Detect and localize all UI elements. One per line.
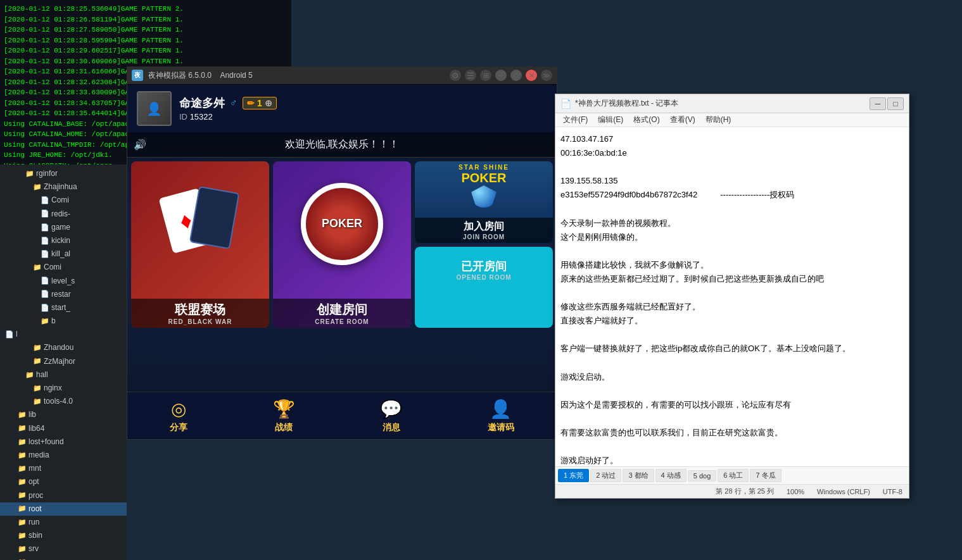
- card-opened-sublabel: OPENED ROOM: [417, 274, 550, 281]
- tree-item[interactable]: 📁rginfor: [0, 167, 127, 180]
- notepad-content[interactable]: 47.103.47.167 00:16:3e:0a:bd:1e 139.155.…: [555, 127, 909, 466]
- tree-item[interactable]: 📁sys: [0, 556, 127, 560]
- tree-item[interactable]: 📁nginx: [0, 382, 127, 395]
- emulator-minimize-btn[interactable]: ─: [495, 70, 507, 81]
- card-label-opened: 已开房间 OPENED ROOM: [415, 256, 553, 283]
- notepad-menubar: 文件(F) 编辑(E) 格式(O) 查看(V) 帮助(H): [555, 113, 909, 127]
- card-label-create: 创建房间 CREATE ROOM: [273, 299, 411, 328]
- record-label: 战绩: [275, 422, 293, 433]
- card-label-text: 联盟赛场: [175, 302, 225, 316]
- tree-item[interactable]: 📁ZzMajhor: [0, 355, 127, 368]
- star-poker-visual: STAR SHINE POKER: [459, 164, 509, 208]
- tree-item[interactable]: 📄kill_al: [0, 247, 127, 261]
- tree-item[interactable]: 📁opt: [0, 475, 127, 488]
- id-label: ID: [179, 112, 190, 121]
- level-plus[interactable]: ⊕: [265, 98, 272, 108]
- notepad-tag-0[interactable]: 1 东莞: [558, 469, 589, 482]
- notepad-minimize-btn[interactable]: ─: [870, 97, 886, 110]
- poker-chip-text: POKER: [322, 217, 362, 230]
- nav-share[interactable]: ◎ 分享: [170, 399, 187, 433]
- statusbar-encoding: UTF-8: [883, 488, 902, 495]
- emulator-controls[interactable]: ⚙ ☰ ⊞ ─ □ ✕ ≫: [450, 70, 552, 81]
- emulator-titlebar[interactable]: 夜 夜神模拟器 6.5.0.0 Android 5 ⚙ ☰ ⊞ ─ □ ✕ ≫: [127, 66, 557, 84]
- emulator-maximize-btn[interactable]: □: [510, 70, 522, 81]
- notepad-menu-view[interactable]: 查看(V): [665, 113, 700, 127]
- emulator-window: 👤 命途多舛 ♂ ✏ 1 ⊕ ID 15322: [127, 66, 557, 440]
- tree-item[interactable]: 📁mnt: [0, 462, 127, 475]
- emulator-menu-btn[interactable]: ☰: [465, 70, 476, 81]
- tree-item[interactable]: 📁tools-4.0: [0, 395, 127, 408]
- tree-item[interactable]: 📄start_: [0, 301, 127, 314]
- notepad-statusbar: 第 28 行，第 25 列 100% Windows (CRLF) UTF-8: [555, 484, 909, 498]
- notepad-tag-5[interactable]: 6 动工: [718, 469, 749, 482]
- tree-item[interactable]: 📁proc: [0, 489, 127, 502]
- poker-brand-label: POKER: [461, 171, 506, 185]
- notepad-maximize-btn[interactable]: □: [887, 97, 904, 110]
- game-card-league[interactable]: ♦ 联盟赛场 RED_BLACK WAR: [131, 161, 269, 328]
- tree-item[interactable]: 📁root: [0, 502, 127, 516]
- notepad-titlebar: 📄 *神兽大厅视频教程.txt - 记事本 ─ □: [555, 94, 909, 113]
- game-id: ID 15322: [179, 112, 547, 121]
- tree-item[interactable]: 📁lib64: [0, 422, 127, 435]
- tree-item[interactable]: 📁run: [0, 516, 127, 529]
- game-welcome: 🔊 欢迎光临,联众娱乐！！！: [127, 132, 557, 158]
- tree-item[interactable]: 📁Zhandou: [0, 341, 127, 354]
- tree-item[interactable]: 📁lib: [0, 408, 127, 421]
- game-bottom-nav: ◎ 分享 🏆 战绩 💬 消息 👤 邀请码: [127, 392, 557, 439]
- emulator-arrow-btn[interactable]: ≫: [541, 70, 552, 81]
- id-value: 15322: [190, 112, 213, 121]
- statusbar-zoom: 100%: [787, 488, 804, 495]
- volume-icon[interactable]: 🔊: [134, 139, 146, 151]
- notepad-menu-help[interactable]: 帮助(H): [700, 113, 737, 127]
- tree-item[interactable]: 📄Comi: [0, 194, 127, 207]
- notepad-window-controls[interactable]: ─ □: [870, 97, 904, 110]
- notepad-title-text: *神兽大厅视频教程.txt - 记事本: [575, 98, 678, 109]
- game-avatar: 👤: [137, 91, 172, 126]
- game-header: 👤 命途多舛 ♂ ✏ 1 ⊕ ID 15322: [127, 85, 557, 132]
- tree-item[interactable]: 📁hall: [0, 368, 127, 382]
- tree-item[interactable]: 📄level_s: [0, 275, 127, 288]
- welcome-text: 欢迎光临,联众娱乐！！！: [285, 138, 399, 151]
- card-opened-text: 已开房间: [461, 260, 507, 273]
- nav-record[interactable]: 🏆 战绩: [273, 399, 295, 433]
- nav-invite[interactable]: 👤 邀请码: [488, 399, 514, 433]
- tree-item[interactable]: 📁Comi: [0, 261, 127, 274]
- star-shine-label: STAR SHINE: [459, 164, 509, 171]
- emulator-settings-btn[interactable]: ⚙: [450, 70, 461, 81]
- notepad-tag-3[interactable]: 4 动感: [655, 469, 687, 482]
- tree-item[interactable]: 📁b: [0, 314, 127, 328]
- emulator-close-btn[interactable]: ✕: [526, 70, 537, 81]
- game-card-join[interactable]: STAR SHINE POKER 加入房间 JOIN ROOM: [415, 161, 553, 243]
- tree-item[interactable]: 📁Zhajinhua: [0, 180, 127, 194]
- notepad-file-icon: 📄: [560, 99, 571, 109]
- tree-item[interactable]: 📁lost+found: [0, 435, 127, 449]
- nav-message[interactable]: 💬 消息: [380, 399, 402, 433]
- avatar-image: 👤: [138, 92, 170, 125]
- android-version: Android 5: [220, 71, 252, 80]
- tree-item[interactable]: 📄game: [0, 221, 127, 234]
- emulator-title: 夜神模拟器 6.5.0.0: [148, 71, 212, 80]
- tree-item[interactable]: 📁media: [0, 449, 127, 462]
- notepad-tag-1[interactable]: 2 动过: [590, 469, 621, 482]
- notepad-tag-6[interactable]: 7 冬瓜: [750, 469, 781, 482]
- game-card-create[interactable]: POKER 创建房间 CREATE ROOM: [273, 161, 411, 328]
- tree-item[interactable]: 📄kickin: [0, 234, 127, 247]
- tree-item[interactable]: 📄redis-: [0, 208, 127, 221]
- game-card-opened[interactable]: 已开房间 OPENED ROOM: [415, 247, 553, 328]
- tree-item[interactable]: 📁sbin: [0, 529, 127, 542]
- emulator-logo: 夜: [132, 70, 143, 81]
- notepad-menu-format[interactable]: 格式(O): [628, 113, 664, 127]
- share-icon: ◎: [171, 399, 186, 420]
- emulator-grid-btn[interactable]: ⊞: [480, 70, 491, 81]
- emulator-title-text: 夜神模拟器 6.5.0.0 Android 5: [148, 70, 253, 81]
- file-tree[interactable]: 📁rginfor📁Zhajinhua📄Comi📄redis-📄game📄kick…: [0, 165, 127, 560]
- notepad-menu-file[interactable]: 文件(F): [558, 113, 593, 127]
- notepad-menu-edit[interactable]: 编辑(E): [593, 113, 628, 127]
- tree-item[interactable]: 📁srv: [0, 542, 127, 556]
- game-user-info: 命途多舛 ♂ ✏ 1 ⊕ ID 15322: [179, 96, 547, 121]
- poker-chip: POKER: [301, 183, 383, 265]
- tree-item[interactable]: 📄l: [0, 328, 127, 341]
- tree-item[interactable]: 📄restar: [0, 288, 127, 301]
- notepad-tag-2[interactable]: 3 都给: [623, 469, 654, 482]
- notepad-tag-4[interactable]: 5 dog: [688, 470, 717, 482]
